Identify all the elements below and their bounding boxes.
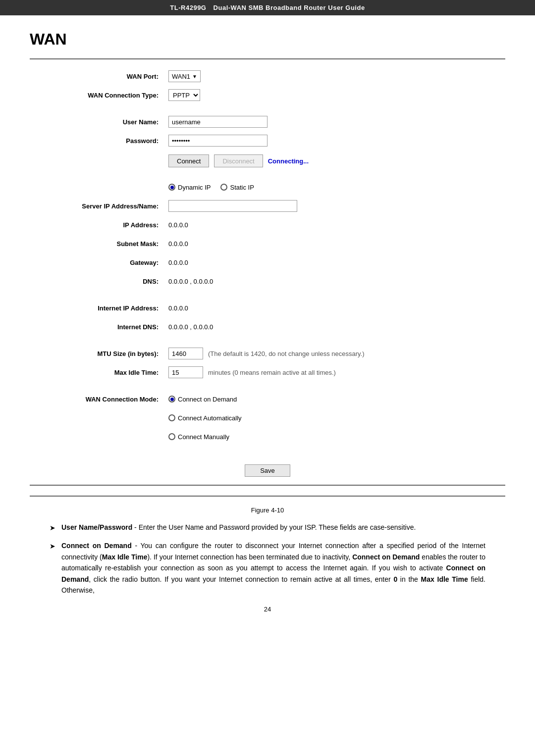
gateway-control: 0.0.0.0 <box>168 259 505 266</box>
page-header: TL-R4299G Dual-WAN SMB Broadband Router … <box>0 0 535 15</box>
wan-mode-manual-row: Connect Manually <box>30 430 505 444</box>
max-idle-row: Max Idle Time: minutes (0 means remain a… <box>30 365 505 379</box>
connect-button[interactable]: Connect <box>168 154 209 167</box>
mode-auto-radio-dot <box>168 414 175 421</box>
mode-demand-label: Connect on Demand <box>178 396 237 403</box>
wan-type-row: WAN Connection Type: PPTP <box>30 88 505 102</box>
server-ip-input[interactable] <box>168 200 297 212</box>
username-label: User Name: <box>30 118 168 126</box>
ip-mode-control: Dynamic IP Static IP <box>168 184 505 191</box>
server-ip-control <box>168 200 505 212</box>
mode-auto-label: Connect Automatically <box>178 414 242 422</box>
wan-type-control: PPTP <box>168 89 505 101</box>
bullet-arrow-2: ➤ <box>50 541 55 552</box>
mtu-control: (The default is 1420, do not change unle… <box>168 348 505 359</box>
bullet-list: ➤ User Name/Password - Enter the User Na… <box>30 522 505 596</box>
subnet-mask-value: 0.0.0.0 <box>168 240 188 248</box>
ip-address-control: 0.0.0.0 <box>168 221 505 229</box>
internet-ip-control: 0.0.0.0 <box>168 304 505 312</box>
ip-address-value: 0.0.0.0 <box>168 221 188 229</box>
mode-demand-radio-dot <box>168 396 175 403</box>
internet-dns-control: 0.0.0.0 , 0.0.0.0 <box>168 323 505 331</box>
wan-port-value: WAN1 <box>172 73 190 80</box>
subnet-mask-row: Subnet Mask: 0.0.0.0 <box>30 237 505 251</box>
disconnect-button[interactable]: Disconnect <box>214 154 263 167</box>
wan-type-select[interactable]: PPTP <box>168 89 200 101</box>
dns-label: DNS: <box>30 278 168 285</box>
mtu-row: MTU Size (in bytes): (The default is 142… <box>30 347 505 360</box>
dns-control: 0.0.0.0 , 0.0.0.0 <box>168 278 505 285</box>
internet-dns-value: 0.0.0.0 , 0.0.0.0 <box>168 323 213 331</box>
wan-port-row: WAN Port: WAN1 ▼ <box>30 69 505 83</box>
wan-form: WAN Port: WAN1 ▼ WAN Connection Type: PP… <box>30 58 505 497</box>
dynamic-ip-label: Dynamic IP <box>178 184 211 191</box>
connect-control: Connect Disconnect Connecting... <box>168 152 505 167</box>
password-control <box>168 135 505 147</box>
mode-manual-radio[interactable]: Connect Manually <box>168 433 229 441</box>
wan-mode-demand-control: Connect on Demand <box>168 396 505 403</box>
ip-address-row: IP Address: 0.0.0.0 <box>30 218 505 232</box>
wan-mode-manual-control: Connect Manually <box>168 433 505 441</box>
mode-auto-radio[interactable]: Connect Automatically <box>168 414 242 422</box>
connect-row: Connect Disconnect Connecting... <box>30 152 505 167</box>
figure-caption: Figure 4-10 <box>30 506 505 514</box>
dynamic-ip-radio[interactable]: Dynamic IP <box>168 184 211 191</box>
wan-mode-auto-control: Connect Automatically <box>168 414 505 422</box>
wan-port-select[interactable]: WAN1 ▼ <box>168 70 201 82</box>
subnet-mask-control: 0.0.0.0 <box>168 240 505 248</box>
page-title: WAN <box>30 30 505 49</box>
bullet-text-1: User Name/Password - Enter the User Name… <box>61 522 485 533</box>
server-ip-row: Server IP Address/Name: <box>30 199 505 213</box>
page-number: 24 <box>30 605 505 613</box>
dns-row: DNS: 0.0.0.0 , 0.0.0.0 <box>30 274 505 288</box>
button-row: Connect Disconnect Connecting... <box>168 154 309 167</box>
internet-ip-row: Internet IP Address: 0.0.0.0 <box>30 301 505 315</box>
internet-ip-value: 0.0.0.0 <box>168 304 188 312</box>
mtu-label: MTU Size (in bytes): <box>30 350 168 357</box>
guide-title: Dual-WAN SMB Broadband Router User Guide <box>214 4 365 11</box>
save-button[interactable]: Save <box>245 464 290 477</box>
gateway-row: Gateway: 0.0.0.0 <box>30 255 505 269</box>
mtu-input[interactable] <box>168 348 203 359</box>
static-ip-radio-dot <box>220 184 227 191</box>
wan-port-dropdown-icon: ▼ <box>192 74 197 79</box>
static-ip-label: Static IP <box>230 184 254 191</box>
username-control <box>168 116 505 128</box>
bullet-item-1: ➤ User Name/Password - Enter the User Na… <box>50 522 485 533</box>
password-label: Password: <box>30 137 168 145</box>
wan-port-label: WAN Port: <box>30 73 168 80</box>
page-content: WAN WAN Port: WAN1 ▼ WAN Connection Type… <box>0 15 535 628</box>
max-idle-control: minutes (0 means remain active at all ti… <box>168 366 505 378</box>
username-input[interactable] <box>168 116 268 128</box>
ip-mode-row: Dynamic IP Static IP <box>30 180 505 194</box>
subnet-mask-label: Subnet Mask: <box>30 240 168 248</box>
ip-address-label: IP Address: <box>30 221 168 229</box>
model-number: TL-R4299G <box>170 4 206 11</box>
wan-mode-label: WAN Connection Mode: <box>30 396 168 403</box>
internet-ip-label: Internet IP Address: <box>30 304 168 312</box>
server-ip-label: Server IP Address/Name: <box>30 202 168 210</box>
dynamic-ip-radio-dot <box>168 184 175 191</box>
max-idle-note: minutes (0 means remain active at all ti… <box>208 369 336 376</box>
gateway-label: Gateway: <box>30 259 168 266</box>
dns-value: 0.0.0.0 , 0.0.0.0 <box>168 278 213 285</box>
internet-dns-row: Internet DNS: 0.0.0.0 , 0.0.0.0 <box>30 320 505 334</box>
wan-mode-auto-row: Connect Automatically <box>30 411 505 425</box>
password-input[interactable] <box>168 135 268 147</box>
password-row: Password: <box>30 134 505 148</box>
ip-mode-radio-group: Dynamic IP Static IP <box>168 184 254 191</box>
gateway-value: 0.0.0.0 <box>168 259 188 266</box>
wan-type-label: WAN Connection Type: <box>30 92 168 99</box>
wan-port-control: WAN1 ▼ <box>168 70 505 82</box>
mode-manual-radio-dot <box>168 433 175 440</box>
save-section: Save <box>30 456 505 486</box>
static-ip-radio[interactable]: Static IP <box>220 184 254 191</box>
bullet-item-2: ➤ Connect on Demand - You can configure … <box>50 540 485 596</box>
max-idle-input[interactable] <box>168 366 203 378</box>
mode-manual-label: Connect Manually <box>178 433 229 441</box>
mode-demand-radio[interactable]: Connect on Demand <box>168 396 237 403</box>
username-row: User Name: <box>30 115 505 129</box>
bullet-arrow-1: ➤ <box>50 522 55 533</box>
wan-mode-demand-row: WAN Connection Mode: Connect on Demand <box>30 392 505 406</box>
internet-dns-label: Internet DNS: <box>30 323 168 331</box>
